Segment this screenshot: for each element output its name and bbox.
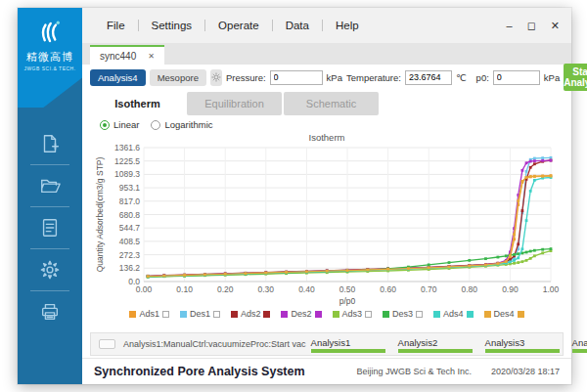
tab-schematic[interactable]: Schematic — [284, 92, 379, 115]
analysis-tab-label: Analysis1 — [311, 337, 385, 348]
legend-item-des1[interactable]: Des1 — [180, 309, 220, 319]
svg-text:408.5: 408.5 — [119, 237, 141, 246]
svg-text:0.10: 0.10 — [176, 284, 193, 294]
status-bar: Analysis1:ManualCtrl:vacuumizeProc:Start… — [90, 332, 564, 356]
toolbar-settings-button[interactable] — [210, 69, 222, 86]
svg-text:0.50: 0.50 — [339, 284, 356, 294]
document-tab-sync440[interactable]: sync440 ✕ — [90, 45, 164, 65]
scale-options: Linear Logarithmic — [82, 115, 571, 130]
logo-area: 精微高博 JWGB SCI.& TECH. — [18, 8, 82, 108]
legend-label: Ads3 — [342, 309, 363, 319]
legend-label: Des1 — [190, 309, 210, 319]
svg-text:0.70: 0.70 — [421, 284, 437, 294]
legend-color-swatch — [484, 311, 491, 318]
legend-checkbox[interactable] — [263, 311, 270, 318]
print-icon[interactable] — [18, 297, 82, 327]
legend-item-des2[interactable]: Des2 — [281, 309, 321, 319]
logarithmic-label: Logarithmic — [164, 119, 212, 130]
legend-color-swatch — [180, 311, 187, 318]
svg-text:544.7: 544.7 — [119, 223, 141, 233]
menu-item-settings[interactable]: Settings — [139, 20, 205, 31]
p0-unit: kPa — [544, 72, 560, 83]
window-controls: – ◻ ✕ — [507, 20, 560, 32]
new-document-icon[interactable] — [18, 129, 82, 158]
view-tabs: IsothermEquilibrationSchematic — [90, 92, 564, 115]
tab-equilibration[interactable]: Equilibration — [187, 92, 282, 115]
sidebar: 精微高博 JWGB SCI.& TECH. — [18, 8, 82, 384]
status-indicator-icon — [99, 339, 115, 349]
legend-item-des4[interactable]: Des4 — [484, 309, 524, 319]
analysis-tab-analysis4[interactable]: Analysis4 — [567, 335, 587, 353]
analysis-tab-label: Analysis2 — [398, 337, 473, 348]
toolbar: Analysis4 Mesopore Pressure: kPa Tempera… — [82, 65, 571, 90]
analysis-tab-label: Analysis3 — [485, 337, 560, 348]
legend-item-des3[interactable]: Des3 — [383, 309, 423, 319]
minimize-button[interactable]: – — [507, 20, 513, 31]
logarithmic-radio[interactable] — [151, 120, 160, 130]
brand-title: 精微高博 — [26, 50, 73, 65]
linear-radio[interactable] — [100, 120, 110, 130]
temperature-input[interactable] — [405, 70, 452, 85]
p0-input[interactable] — [493, 70, 540, 85]
chart-legend: Ads1Des1Ads2Des2Ads3Des3Ads4Des4 — [82, 307, 571, 322]
legend-checkbox[interactable] — [365, 311, 372, 318]
brand-subtitle: JWGB SCI.& TECH. — [23, 65, 75, 71]
linear-label: Linear — [113, 119, 139, 130]
svg-text:272.3: 272.3 — [119, 250, 141, 260]
status-message: Analysis1:ManualCtrl:vacuumizeProc:Start… — [123, 339, 306, 349]
svg-text:817.0: 817.0 — [119, 196, 141, 206]
analysis-tab-analysis3[interactable]: Analysis3 — [480, 335, 564, 353]
legend-checkbox[interactable] — [518, 311, 524, 318]
sidebar-divider — [30, 248, 69, 249]
legend-checkbox[interactable] — [467, 311, 474, 318]
legend-label: Ads2 — [241, 309, 261, 319]
open-folder-icon[interactable] — [18, 171, 82, 200]
start-analysis-button[interactable]: Start Analysis — [564, 64, 587, 91]
menu-item-file[interactable]: File — [94, 20, 138, 31]
analysis-tab-progress — [485, 349, 560, 353]
mesopore-button[interactable]: Mesopore — [150, 69, 206, 86]
legend-checkbox[interactable] — [315, 311, 322, 318]
pressure-input[interactable] — [270, 70, 323, 85]
isotherm-chart: 0.0136.2272.3408.5544.7680.8817.0953.110… — [93, 143, 561, 307]
legend-item-ads4[interactable]: Ads4 — [433, 309, 474, 319]
menu-bar: FileSettingsOperateDataHelp – ◻ ✕ — [82, 8, 571, 43]
analysis-tab-analysis2[interactable]: Analysis2 — [393, 335, 477, 353]
menu-item-help[interactable]: Help — [323, 20, 372, 31]
datetime: 2020/03/28 18:17 — [491, 367, 560, 376]
footer: Synchronized Pore Analysis System Beijin… — [82, 358, 571, 384]
close-button[interactable]: ✕ — [551, 20, 560, 32]
svg-text:1225.5: 1225.5 — [114, 156, 140, 166]
analysis4-button[interactable]: Analysis4 — [90, 69, 146, 86]
svg-text:p/p0: p/p0 — [339, 296, 356, 306]
menu-item-operate[interactable]: Operate — [205, 20, 272, 31]
tab-close-icon[interactable]: ✕ — [148, 52, 155, 61]
p0-label: p0: — [476, 72, 489, 83]
menu-item-data[interactable]: Data — [273, 20, 322, 31]
legend-checkbox[interactable] — [416, 311, 423, 318]
legend-item-ads1[interactable]: Ads1 — [129, 309, 169, 319]
sidebar-divider — [30, 206, 69, 207]
app-name: Synchronized Pore Analysis System — [94, 365, 305, 378]
svg-text:1.00: 1.00 — [543, 284, 560, 294]
legend-checkbox[interactable] — [162, 311, 169, 318]
tab-isotherm[interactable]: Isotherm — [90, 92, 185, 115]
main-panel: FileSettingsOperateDataHelp – ◻ ✕ sync44… — [82, 8, 571, 384]
report-icon[interactable] — [18, 213, 82, 242]
legend-checkbox[interactable] — [213, 311, 220, 318]
legend-item-ads2[interactable]: Ads2 — [231, 309, 271, 319]
analysis-tab-analysis1[interactable]: Analysis1 — [306, 335, 390, 353]
analysis-tabs: Analysis1Analysis2Analysis3Analysis4 — [306, 335, 587, 353]
pressure-unit: kPa — [327, 72, 342, 83]
legend-label: Ads1 — [139, 309, 159, 319]
svg-text:0.80: 0.80 — [462, 284, 478, 294]
legend-label: Ads4 — [443, 309, 464, 319]
gear-icon — [210, 71, 222, 83]
settings-icon[interactable] — [18, 255, 82, 284]
analysis-tab-progress — [572, 349, 587, 353]
maximize-button[interactable]: ◻ — [527, 20, 536, 32]
temperature-unit: ℃ — [456, 72, 467, 83]
svg-text:136.2: 136.2 — [119, 263, 141, 273]
legend-item-ads3[interactable]: Ads3 — [333, 309, 373, 319]
svg-text:1089.3: 1089.3 — [114, 169, 140, 179]
